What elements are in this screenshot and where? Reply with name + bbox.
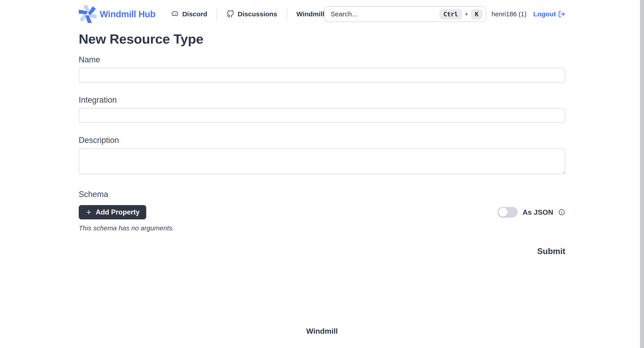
integration-field-group: Integration bbox=[79, 95, 565, 123]
windmill-logo-icon bbox=[79, 5, 96, 23]
nav-divider bbox=[217, 7, 217, 21]
name-field-group: Name bbox=[79, 55, 565, 82]
scrollbar[interactable] bbox=[640, 0, 644, 348]
integration-input[interactable] bbox=[79, 108, 565, 123]
info-icon[interactable] bbox=[558, 209, 565, 216]
plus-icon bbox=[86, 209, 92, 216]
nav-divider bbox=[287, 7, 287, 21]
logout-label: Logout bbox=[533, 10, 556, 18]
as-json-label: As JSON bbox=[522, 208, 553, 216]
logo-text: Windmill Hub bbox=[100, 9, 156, 19]
name-label: Name bbox=[79, 55, 565, 65]
as-json-toggle[interactable] bbox=[498, 207, 518, 218]
description-field-group: Description bbox=[79, 135, 565, 175]
github-icon bbox=[226, 10, 234, 18]
nav-item-discussions[interactable]: Discussions bbox=[226, 10, 277, 18]
footer: Windmill bbox=[79, 327, 565, 336]
toggle-knob bbox=[499, 208, 508, 217]
submit-button[interactable]: Submit bbox=[537, 246, 565, 257]
schema-toolbar: Add Property As JSON bbox=[79, 205, 565, 220]
username: henri186 (1) bbox=[492, 10, 526, 18]
nav-item-discord[interactable]: Discord bbox=[171, 10, 207, 18]
schema-empty-message: This schema has no arguments. bbox=[79, 224, 565, 232]
submit-row: Submit bbox=[79, 246, 565, 257]
main-nav: Discord Discussions Windmill bbox=[171, 7, 324, 21]
new-resource-type-page: New Resource Type Name Integration Descr… bbox=[79, 28, 565, 336]
kbd-ctrl: Ctrl bbox=[440, 9, 462, 20]
nav-item-windmill[interactable]: Windmill bbox=[296, 10, 324, 18]
header: Windmill Hub Discord Discussions Win bbox=[0, 0, 644, 28]
nav-label-discussions: Discussions bbox=[238, 10, 277, 18]
nav-label-discord: Discord bbox=[182, 10, 207, 18]
name-input[interactable] bbox=[79, 68, 565, 82]
page-title: New Resource Type bbox=[79, 31, 565, 47]
search-bar[interactable]: Ctrl + K bbox=[324, 6, 486, 22]
add-property-button[interactable]: Add Property bbox=[79, 205, 146, 220]
discord-icon bbox=[171, 10, 179, 18]
logout-link[interactable]: Logout bbox=[533, 10, 565, 18]
logo[interactable]: Windmill Hub bbox=[79, 5, 156, 23]
kbd-k: K bbox=[471, 9, 482, 20]
nav-label-windmill: Windmill bbox=[296, 10, 324, 18]
logout-icon bbox=[558, 10, 565, 18]
schema-section-label: Schema bbox=[79, 190, 565, 199]
search-input[interactable] bbox=[330, 10, 437, 18]
description-label: Description bbox=[79, 135, 565, 145]
user-area: henri186 (1) Logout bbox=[492, 10, 565, 18]
add-property-label: Add Property bbox=[96, 208, 140, 216]
description-textarea[interactable] bbox=[79, 148, 565, 174]
integration-label: Integration bbox=[79, 95, 565, 105]
footer-windmill-link[interactable]: Windmill bbox=[306, 327, 338, 335]
kbd-plus-separator: + bbox=[465, 11, 468, 18]
as-json-control: As JSON bbox=[498, 207, 565, 218]
